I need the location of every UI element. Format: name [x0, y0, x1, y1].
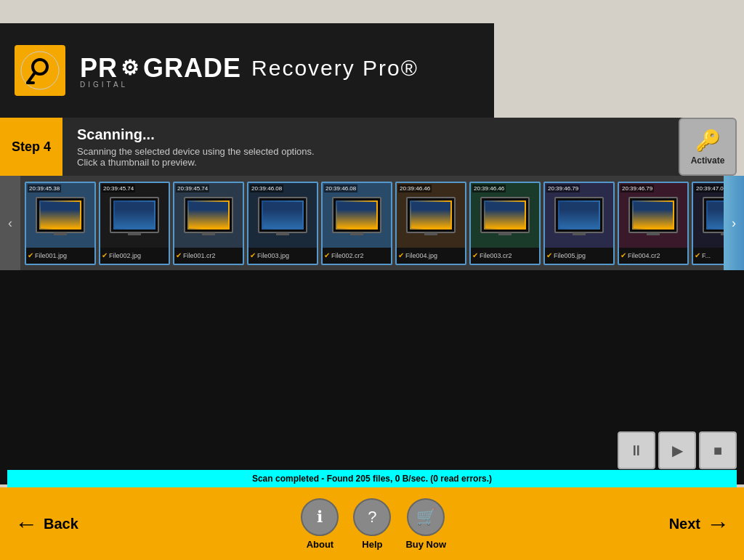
thumb-filename: File004.jpg — [405, 252, 437, 259]
prograde-logo: PR ⚙ GRADE Recovery Pro® — [80, 53, 418, 84]
buynow-button[interactable]: 🛒 Buy Now — [405, 498, 446, 550]
thumb-check-icon: ✔ — [695, 251, 700, 259]
thumb-image: 20:39:46.46 — [397, 183, 465, 248]
thumb-timestamp: 20:39:45.38 — [28, 184, 61, 192]
thumbnail-item[interactable]: 20:39:46.46 ✔ File004.jpg — [395, 182, 466, 265]
thumb-footer: ✔ File001.cr2 — [174, 248, 243, 264]
thumb-check-icon: ✔ — [176, 251, 182, 259]
thumb-img-content: 20:39:46.79 — [619, 183, 687, 248]
next-button[interactable]: Next → — [669, 511, 729, 537]
thumb-filename: File001.jpg — [35, 252, 67, 259]
thumb-image: 20:39:46.08 — [248, 183, 317, 248]
thumb-check-icon: ✔ — [250, 251, 256, 259]
grade-text: GRADE — [143, 53, 241, 84]
thumb-check-icon: ✔ — [324, 251, 330, 259]
thumb-img-content: 20:39:45.74 — [174, 183, 243, 248]
bottom-bar: ← Back ℹ About ? Help 🛒 Buy Now Next → — [0, 487, 744, 560]
thumb-footer: ✔ File004.cr2 — [619, 248, 687, 264]
thumb-img-content: 20:39:46.08 — [323, 183, 391, 248]
thumbnail-nav-left[interactable]: ‹ — [0, 176, 20, 270]
back-label: Back — [44, 516, 78, 532]
thumb-image: 20:39:46.79 — [619, 183, 687, 248]
thumb-timestamp: 20:39:46.08 — [250, 184, 283, 192]
digital-text: DIGITAL — [80, 81, 418, 89]
recovery-pro-text: Recovery Pro® — [251, 56, 418, 81]
activate-label: Activate — [691, 155, 725, 166]
thumb-check-icon: ✔ — [620, 251, 626, 259]
cart-icon: 🛒 — [407, 498, 445, 536]
thumbnail-item[interactable]: 20:39:46.08 ✔ File003.jpg — [247, 182, 318, 265]
bottom-center: ℹ About ? Help 🛒 Buy Now — [301, 498, 446, 550]
thumbnail-area: ‹ 20:39:45.38 ✔ File001.jpg — [0, 176, 744, 270]
thumb-check-icon: ✔ — [28, 251, 33, 259]
back-button[interactable]: ← Back — [15, 511, 78, 537]
thumb-check-icon: ✔ — [472, 251, 478, 259]
pause-button[interactable]: ⏸ — [618, 431, 655, 469]
thumb-image: 20:39:45.74 — [174, 183, 243, 248]
thumb-filename: File003.cr2 — [480, 252, 512, 259]
about-label: About — [307, 539, 334, 550]
activate-button[interactable]: 🔑 Activate — [679, 118, 737, 176]
thumb-check-icon: ✔ — [102, 251, 108, 259]
thumb-img-content: 20:39:45.74 — [100, 183, 169, 248]
thumb-image: 20:39:46.79 — [545, 183, 613, 248]
thumb-image: 20:39:45.38 — [26, 183, 94, 248]
logo-text: PR ⚙ GRADE Recovery Pro® DIGITAL — [80, 53, 418, 89]
back-arrow-icon: ← — [15, 511, 38, 537]
thumb-img-content: 20:39:46.79 — [545, 183, 613, 248]
thumb-filename: File002.jpg — [109, 252, 141, 259]
thumbnail-item[interactable]: 20:39:46.46 ✔ File003.cr2 — [469, 182, 541, 265]
thumb-timestamp: 20:39:46.79 — [546, 184, 580, 192]
stop-button[interactable]: ■ — [699, 431, 737, 469]
thumb-img-content: 20:39:47.00 — [693, 183, 724, 248]
thumbnail-nav-right[interactable]: › — [724, 176, 744, 270]
thumbnail-item[interactable]: 20:39:45.74 ✔ File002.jpg — [99, 182, 170, 265]
thumb-image: 20:39:47.00 — [693, 183, 724, 248]
buynow-label: Buy Now — [405, 539, 446, 550]
thumbnail-item[interactable]: 20:39:46.79 ✔ File005.jpg — [543, 182, 615, 265]
thumb-filename: File002.cr2 — [331, 252, 364, 259]
step-desc1: Scanning the selected device using the s… — [77, 146, 315, 157]
media-controls: ⏸ ▶ ■ — [618, 431, 737, 469]
thumb-image: 20:39:46.46 — [471, 183, 539, 248]
about-button[interactable]: ℹ About — [301, 498, 339, 550]
thumb-image: 20:39:45.74 — [100, 183, 169, 248]
thumb-timestamp: 20:39:46.46 — [398, 184, 432, 192]
thumb-filename: File001.cr2 — [183, 252, 216, 259]
thumb-footer: ✔ File001.jpg — [26, 248, 94, 264]
thumb-timestamp: 20:39:46.79 — [620, 184, 654, 192]
status-bar: Scan completed - Found 205 files, 0 B/se… — [7, 470, 737, 487]
next-label: Next — [669, 516, 700, 532]
header-area: PR ⚙ GRADE Recovery Pro® DIGITAL — [0, 23, 494, 118]
status-text: Scan completed - Found 205 files, 0 B/se… — [252, 474, 492, 484]
thumbnail-item[interactable]: 20:39:47.00 ✔ F... — [692, 182, 724, 265]
thumb-filename: F... — [702, 252, 711, 259]
thumbnail-item[interactable]: 20:39:46.79 ✔ File004.cr2 — [618, 182, 689, 265]
thumb-footer: ✔ File003.jpg — [248, 248, 317, 264]
thumb-timestamp: 20:39:45.74 — [176, 184, 209, 192]
play-button[interactable]: ▶ — [658, 431, 696, 469]
thumb-check-icon: ✔ — [398, 251, 404, 259]
thumb-timestamp: 20:39:47.00 — [695, 184, 724, 192]
thumb-footer: ✔ File005.jpg — [545, 248, 613, 264]
thumb-img-content: 20:39:46.46 — [471, 183, 539, 248]
thumbnail-item[interactable]: 20:39:45.38 ✔ File001.jpg — [25, 182, 96, 265]
step-banner: Step 4 Scanning... Scanning the selected… — [0, 118, 727, 176]
step-label: Step 4 — [0, 118, 62, 176]
thumb-filename: File004.cr2 — [628, 252, 660, 259]
thumb-img-content: 20:39:46.08 — [248, 183, 317, 248]
next-arrow-icon: → — [706, 511, 729, 537]
thumb-footer: ✔ File004.jpg — [397, 248, 465, 264]
thumb-footer: ✔ F... — [693, 248, 724, 264]
step-content: Scanning... Scanning the selected device… — [62, 119, 329, 175]
step-desc2: Click a thumbnail to preview. — [77, 157, 315, 168]
thumb-image: 20:39:46.08 — [323, 183, 391, 248]
thumbnail-item[interactable]: 20:39:46.08 ✔ File002.cr2 — [321, 182, 392, 265]
thumbnail-item[interactable]: 20:39:45.74 ✔ File001.cr2 — [173, 182, 244, 265]
help-button[interactable]: ? Help — [353, 498, 391, 550]
thumb-footer: ✔ File003.cr2 — [471, 248, 539, 264]
thumb-filename: File005.jpg — [554, 252, 586, 259]
thumb-footer: ✔ File002.jpg — [100, 248, 169, 264]
pro-text: PR — [80, 53, 118, 84]
key-icon: 🔑 — [695, 129, 721, 153]
